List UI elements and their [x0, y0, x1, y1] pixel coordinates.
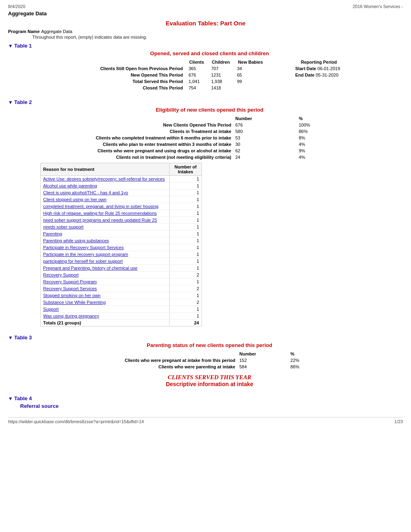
list-item: Participate in the recovery support prog…	[41, 251, 202, 258]
main-title: Aggregate Data	[8, 10, 403, 17]
reason-cell[interactable]: Alcohol use while parenting	[41, 183, 170, 189]
reason-cell[interactable]: need sober support programs and needs up…	[41, 217, 170, 224]
reason-link[interactable]: Client is using alcohol/THC - has 4 and …	[43, 190, 128, 195]
reason-link[interactable]: Parenting	[43, 231, 62, 236]
row-clients: 1,041	[185, 78, 208, 85]
reason-link[interactable]: Client stopped using on her own	[43, 197, 106, 202]
intakes-cell: 1	[170, 313, 202, 320]
table2-toggle-arrow[interactable]: ▼	[8, 100, 13, 105]
reason-link[interactable]: Pregnant and Parenting, history of chemi…	[43, 266, 137, 270]
row-label: Clients who were pregnant at intake from…	[97, 357, 238, 364]
intakes-cell: 1	[170, 203, 202, 210]
reason-cell[interactable]: Participate in Recovery Support Services	[41, 244, 170, 251]
list-item: completed treatment, preganat, and livin…	[41, 203, 202, 210]
reason-link[interactable]: needs sober support	[43, 224, 83, 229]
table-row: Clients who completed treatment within 6…	[73, 135, 347, 141]
reason-cell[interactable]: completed treatment, preganat, and livin…	[41, 203, 170, 210]
list-item: Recovery Support Program 1	[41, 278, 202, 285]
list-item: Client is using alcohol/THC - has 4 and …	[41, 189, 202, 196]
reason-cell[interactable]: Recovery Support	[41, 272, 170, 278]
reason-cell[interactable]: Pregnant and Parenting, history of chemi…	[41, 265, 170, 272]
table-row: Clients in Treatment at intake 580 86%	[73, 128, 347, 135]
reason-link[interactable]: Support	[43, 307, 59, 312]
rp-cell: End Date 05-31-2020	[291, 72, 347, 78]
list-item: Substance Use While Parenting 2	[41, 299, 202, 306]
row-percent: 4%	[296, 141, 347, 148]
reason-link[interactable]: Stopped smoking on her own	[43, 293, 100, 298]
row-rp-spacer	[267, 72, 291, 78]
reason-link[interactable]: Substance Use While Parenting	[43, 300, 106, 305]
reason-cell[interactable]: participating for herself for sober supp…	[41, 258, 170, 265]
reason-link[interactable]: Alcohol use while parenting	[43, 183, 97, 188]
table3-toggle-label[interactable]: Table 3	[14, 335, 32, 341]
reason-cell[interactable]: Support	[41, 306, 170, 313]
intakes-cell: 1	[170, 196, 202, 203]
row-number: 30	[234, 141, 296, 148]
table-row: Clients who plan to enter treatment with…	[73, 141, 347, 148]
table-row: New Clients Opened This Period 676 100%	[73, 122, 347, 128]
table4-toggle-label[interactable]: Table 4	[14, 395, 32, 401]
row-label: Clients who completed treatment within 6…	[73, 135, 234, 141]
row-babies: 34	[234, 65, 267, 72]
reason-link[interactable]: participating for herself for sober supp…	[43, 259, 123, 264]
row-number: 62	[234, 148, 296, 154]
reason-link[interactable]: Participate in the recovery support prog…	[43, 252, 128, 257]
reason-link[interactable]: High risk of relapse, waiting for Rule 2…	[43, 211, 157, 216]
table3-col-percent-header: %	[287, 351, 322, 357]
table2-toggle-label[interactable]: Table 2	[14, 99, 32, 105]
table2-col-number-header: Number	[234, 115, 296, 122]
table4-toggle-arrow[interactable]: ▼	[8, 396, 13, 401]
table-row: Clients who were pregnant and using drug…	[73, 148, 347, 154]
table4-sub-label[interactable]: Referral source	[20, 403, 58, 409]
list-item: Participate in Recovery Support Services…	[41, 244, 202, 251]
row-percent: 86%	[287, 364, 322, 370]
reason-cell[interactable]: Participate in the recovery support prog…	[41, 251, 170, 258]
rp-cell: Start Date 06-01-2019	[291, 65, 347, 72]
report-title: 2016 Women's Services -	[353, 4, 403, 9]
intakes-cell: 1	[170, 278, 202, 285]
reason-link[interactable]: need sober support programs and needs up…	[43, 218, 157, 222]
reason-cell[interactable]: Was using during pregnancy	[41, 313, 170, 320]
reason-link[interactable]: Recovery Support Program	[43, 279, 97, 284]
reason-cell[interactable]: Parenting	[41, 231, 170, 237]
list-item: needs sober support 1	[41, 224, 202, 231]
table3-col-label-header	[97, 351, 238, 357]
intakes-cell: 2	[170, 299, 202, 306]
date-label: 8/4/2020	[8, 4, 25, 9]
reason-link[interactable]: Recovery Support Services	[43, 286, 97, 291]
reason-cell[interactable]: High risk of relapse, waiting for Rule 2…	[41, 210, 170, 217]
table2-col-label-header	[73, 115, 234, 122]
reason-cell[interactable]: Recovery Support Services	[41, 285, 170, 292]
reason-link[interactable]: Participate in Recovery Support Services	[43, 245, 124, 250]
table-row: New Opened This Period 676 1231 65 End D…	[73, 72, 347, 78]
table1-toggle-arrow[interactable]: ▼	[8, 43, 13, 49]
reason-cell[interactable]: Recovery Support Program	[41, 278, 170, 285]
row-label: Total Served this Period	[73, 78, 185, 85]
reason-cell[interactable]: Client is using alcohol/THC - has 4 and …	[41, 189, 170, 196]
reason-link[interactable]: Recovery Support	[43, 272, 79, 277]
table-row: Total Served this Period 1,041 1,938 99	[73, 78, 347, 85]
row-children: 1231	[208, 72, 234, 78]
rp-cell-empty	[291, 85, 347, 91]
list-item: Parenting while using substances 1	[41, 237, 202, 244]
reason-cell[interactable]: needs sober support	[41, 224, 170, 231]
reason-cell[interactable]: Active Use: desires sobriety/recovery; s…	[41, 176, 170, 183]
list-item: Pregnant and Parenting, history of chemi…	[41, 265, 202, 272]
reason-cell[interactable]: Client stopped using on her own	[41, 196, 170, 203]
reason-link[interactable]: completed treatment, preganat, and livin…	[43, 204, 158, 209]
no-treatment-col-reason: Reason for no treatment	[41, 163, 170, 176]
reason-cell[interactable]: Stopped smoking on her own	[41, 292, 170, 299]
table-row: Clients not in treatment (not meeting el…	[73, 154, 347, 160]
row-number: 53	[234, 135, 296, 141]
note-text: Throughout this report, (empty) indicate…	[32, 35, 403, 39]
reason-link[interactable]: Active Use: desires sobriety/recovery; s…	[43, 177, 165, 181]
intakes-cell: 1	[170, 224, 202, 231]
reason-link[interactable]: Parenting while using substances	[43, 238, 109, 243]
list-item: Recovery Support 2	[41, 272, 202, 278]
reason-cell[interactable]: Substance Use While Parenting	[41, 299, 170, 306]
table1-toggle-label[interactable]: Table 1	[14, 43, 32, 49]
reason-link[interactable]: Was using during pregnancy	[43, 314, 99, 318]
footer-page: 1/23	[394, 419, 403, 424]
reason-cell[interactable]: Parenting while using substances	[41, 237, 170, 244]
table3-toggle-arrow[interactable]: ▼	[8, 335, 13, 341]
